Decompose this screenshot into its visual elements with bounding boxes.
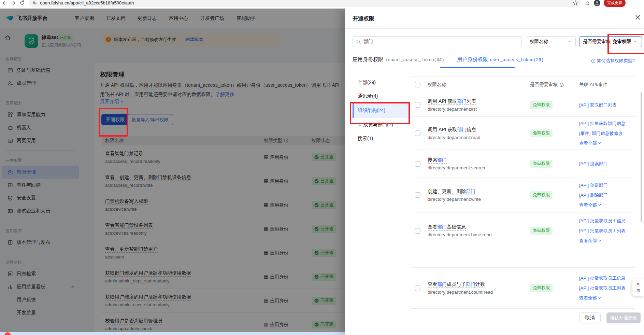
address-bar[interactable]: open.feishu.cn/app/cli_a82ccc5b18fa500c/… bbox=[29, 0, 582, 7]
review-cell: 免审权限 bbox=[527, 129, 579, 137]
browser-reload-icon[interactable] bbox=[18, 0, 27, 7]
permission-code: directory:department:list bbox=[428, 107, 527, 112]
api-links-cell: [API] 批量获取员工信息[API] 批量获取员工列表查看全部 bbox=[579, 273, 635, 303]
permission-name-cell: 创建、更新、删除部门directory:department:write bbox=[428, 189, 527, 202]
modal-overlay[interactable] bbox=[0, 9, 345, 335]
checkbox-cell bbox=[411, 285, 428, 291]
api-link[interactable]: [API] 删除部门 bbox=[579, 190, 635, 200]
checkbox-cell bbox=[411, 192, 428, 198]
category-item[interactable]: 全部(29) bbox=[353, 76, 410, 89]
api-link[interactable]: [API] 获取部门列表 bbox=[579, 100, 635, 110]
permission-name-text: 调用 API 获取部门列表 bbox=[428, 98, 476, 104]
permission-name-cell: 查看部门成员与子部门计数directory:department.count:r… bbox=[428, 281, 527, 295]
permission-code: directory:department.count:read bbox=[428, 290, 527, 295]
view-all-link[interactable]: 查看全部 bbox=[579, 200, 635, 210]
permission-type-help-link[interactable]: ? 如何选择权限类型? bbox=[591, 58, 635, 64]
review-cell: 免审权限 bbox=[527, 101, 579, 109]
permission-name-text: 搜索部门 bbox=[428, 157, 447, 163]
screen: open.feishu.cn/app/cli_a82ccc5b18fa500c/… bbox=[0, 0, 644, 335]
chevron-down-icon bbox=[598, 239, 601, 242]
divider bbox=[345, 28, 644, 29]
browser-update-button[interactable]: 完成更新 bbox=[604, 0, 626, 7]
review-badge: 免审权限 bbox=[530, 101, 553, 109]
api-link[interactable]: [API] 创建部门 bbox=[579, 180, 635, 190]
horizontal-scrollbar[interactable] bbox=[0, 332, 345, 335]
drawer-title: 开通权限 bbox=[353, 15, 374, 23]
permission-name[interactable]: 创建、更新、删除部门 bbox=[428, 189, 527, 195]
permission-name-cell: 搜索部门directory:department:search bbox=[428, 157, 527, 170]
permission-name[interactable]: 调用 API 获取部门列表 bbox=[428, 98, 527, 104]
drawer-permission-row: 搜索部门directory:department:search免审权限[API]… bbox=[411, 150, 635, 178]
svg-text:?: ? bbox=[561, 83, 562, 86]
category-item[interactable]: 通讯录(4) bbox=[353, 89, 410, 103]
active-tab-underline bbox=[440, 67, 515, 68]
permission-name-cell: 调用 API 获取部门信息directory:department:read bbox=[428, 127, 527, 140]
profile-avatar[interactable] bbox=[594, 0, 600, 6]
filter-permission-name-dropdown[interactable]: 权限名称 bbox=[526, 36, 576, 47]
api-link[interactable]: [API] 搜索部门 bbox=[579, 159, 635, 169]
chevron-down-icon bbox=[598, 296, 601, 300]
row-checkbox[interactable] bbox=[415, 161, 420, 167]
permission-name[interactable]: 搜索部门 bbox=[428, 157, 527, 163]
drawer-permission-row: 查看部门基础信息directory:department.base:read免审… bbox=[411, 212, 635, 249]
select-all-checkbox[interactable] bbox=[415, 82, 420, 87]
annotation-box-review-filter bbox=[607, 34, 644, 54]
view-all-link[interactable]: 查看全部 bbox=[579, 236, 635, 246]
drawer-permission-row: 调用 API 获取部门列表directory:department:list免审… bbox=[411, 93, 635, 117]
review-cell: 免审权限 bbox=[527, 227, 579, 235]
permission-name-cell: 查看部门基础信息directory:department.base:read bbox=[428, 224, 527, 237]
api-links-cell: [API] 获取部门列表 bbox=[579, 100, 635, 110]
view-all-link[interactable]: 查看全部 bbox=[579, 138, 635, 148]
cancel-button[interactable]: 取消 bbox=[579, 312, 601, 323]
category-item[interactable]: 搜索(1) bbox=[353, 132, 410, 145]
search-value: 部门 bbox=[363, 39, 373, 45]
permission-name[interactable]: 查看部门基础信息 bbox=[428, 224, 527, 230]
drawer-permission-row: 调用 API 获取部门信息directory:department:read免审… bbox=[411, 117, 635, 150]
row-checkbox[interactable] bbox=[415, 228, 420, 234]
drawer-tabs: 应用身份权限tenant_access_token(44)用户身份权限user_… bbox=[353, 56, 544, 63]
api-link[interactable]: [API] 批量获取员工列表 bbox=[579, 226, 635, 236]
tab-token-count: user_access_token(29) bbox=[490, 58, 544, 62]
collapsed-panel-toggle[interactable]: « 最 bbox=[632, 279, 644, 296]
close-icon[interactable] bbox=[634, 14, 641, 21]
api-link[interactable]: [事件] 部门信息被修改 bbox=[579, 128, 635, 138]
api-link[interactable]: [API] 批量获取员工列表 bbox=[579, 283, 635, 293]
row-checkbox[interactable] bbox=[415, 130, 420, 136]
api-link[interactable]: [API] 批量获取员工信息 bbox=[579, 273, 635, 283]
help-question-icon[interactable]: ? bbox=[559, 83, 564, 87]
review-cell: 免审权限 bbox=[527, 191, 579, 199]
site-info-icon[interactable] bbox=[32, 0, 37, 5]
view-all-link[interactable]: 查看全部 bbox=[579, 293, 635, 303]
tab-user-identity[interactable]: 用户身份权限user_access_token(29) bbox=[457, 56, 544, 63]
category-label: 通讯录(4) bbox=[358, 93, 378, 99]
help-label: 如何选择权限类型? bbox=[597, 58, 635, 64]
permission-code: directory:department:search bbox=[428, 165, 527, 170]
url-text[interactable]: open.feishu.cn/app/cli_a82ccc5b18fa500c/… bbox=[40, 0, 134, 5]
bookmark-star-icon[interactable] bbox=[573, 0, 578, 5]
checkbox-cell bbox=[411, 228, 428, 234]
view-all-label: 查看全部 bbox=[579, 138, 597, 148]
extensions-icon[interactable] bbox=[585, 0, 590, 5]
drawer-scrollbar[interactable] bbox=[641, 92, 642, 222]
permission-code: directory:department:write bbox=[428, 197, 527, 202]
browser-forward-icon[interactable] bbox=[9, 0, 18, 7]
permission-name[interactable]: 查看部门成员与子部门计数 bbox=[428, 281, 527, 288]
row-checkbox[interactable] bbox=[415, 285, 420, 291]
tab-tenant-identity[interactable]: 应用身份权限tenant_access_token(44) bbox=[353, 56, 444, 63]
api-links-cell: [API] 批量获取部门信息[事件] 部门信息被修改查看全部 bbox=[579, 118, 635, 148]
col-review: 是否需要审核 ? bbox=[527, 82, 579, 88]
permission-search-input[interactable]: 部门 bbox=[353, 36, 522, 47]
view-all-label: 查看全部 bbox=[579, 236, 597, 246]
confirm-open-permission-button[interactable]: 确认开通权限 bbox=[606, 312, 641, 323]
permission-name-text: 调用 API 获取部门信息 bbox=[428, 127, 476, 132]
permission-name[interactable]: 调用 API 获取部门信息 bbox=[428, 127, 527, 133]
row-checkbox[interactable] bbox=[415, 102, 420, 108]
col-related-api: 关联 API/事件 bbox=[579, 82, 635, 88]
browser-back-icon[interactable] bbox=[0, 0, 9, 7]
row-checkbox[interactable] bbox=[415, 192, 420, 198]
permission-name-cell: 调用 API 获取部门列表directory:department:list bbox=[428, 98, 527, 112]
api-link[interactable]: [API] 批量获取部门信息 bbox=[579, 118, 635, 128]
svg-text:?: ? bbox=[592, 59, 594, 62]
category-label: 全部(29) bbox=[358, 80, 376, 86]
api-link[interactable]: [API] 批量获取员工信息 bbox=[579, 216, 635, 226]
